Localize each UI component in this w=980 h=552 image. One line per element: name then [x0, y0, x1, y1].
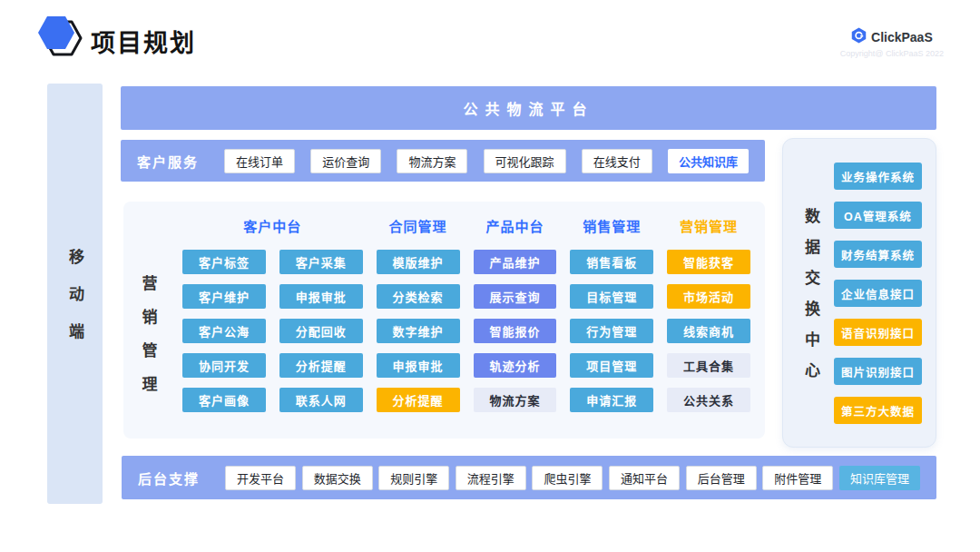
platform-banner: 公共物流平台: [121, 86, 936, 130]
matrix-column-header: 客户中台: [182, 207, 363, 243]
backend-support-button[interactable]: 通知平台: [609, 466, 680, 490]
matrix-cell[interactable]: 项目管理: [570, 353, 653, 378]
matrix-column-header: 营销管理: [667, 207, 750, 243]
backend-support-row: 后台支撑 开发平台数据交换规则引擎流程引擎爬虫引擎通知平台后台管理附件管理知识库…: [122, 456, 936, 499]
customer-service-button[interactable]: 可视化跟踪: [484, 149, 566, 173]
customer-service-label: 客户服务: [137, 152, 199, 171]
matrix-cell[interactable]: 展示查询: [474, 284, 557, 309]
matrix-cell[interactable]: 销售看板: [570, 250, 653, 274]
matrix-cell[interactable]: 分析提醒: [279, 353, 363, 378]
backend-support-button[interactable]: 流程引擎: [456, 466, 526, 490]
matrix-cell[interactable]: 客户采集: [279, 250, 363, 274]
data-exchange-button[interactable]: 财务结算系统: [834, 241, 922, 268]
backend-support-label: 后台支撑: [138, 468, 200, 488]
customer-service-row: 客户服务 在线订单运价查询物流方案可视化跟踪在线支付公共知识库: [121, 140, 765, 182]
data-exchange-button[interactable]: 图片识别接口: [834, 358, 922, 385]
customer-service-button[interactable]: 公共知识库: [668, 149, 749, 173]
data-exchange-side-label: 数据交换中心: [799, 192, 822, 393]
data-exchange-button[interactable]: 业务操作系统: [834, 163, 922, 190]
platform-banner-label: 公共物流平台: [463, 97, 593, 119]
data-exchange-side-label-box: 数据交换中心: [799, 192, 822, 393]
matrix-cell[interactable]: 客户维护: [182, 284, 266, 309]
brand-logo-icon: [851, 27, 867, 47]
data-exchange-button[interactable]: 第三方大数据: [834, 397, 922, 424]
matrix-cell[interactable]: 客户公海: [182, 319, 266, 343]
matrix-cell[interactable]: 分配回收: [279, 319, 363, 343]
data-exchange-button[interactable]: 企业信息接口: [834, 280, 922, 307]
matrix-cell[interactable]: 申报审批: [377, 353, 460, 378]
matrix-cell[interactable]: 工具合集: [667, 353, 750, 378]
matrix-cell[interactable]: 申报审批: [279, 284, 363, 309]
customer-service-button[interactable]: 在线支付: [582, 149, 652, 173]
matrix-cell[interactable]: 线索商机: [667, 319, 750, 343]
matrix-cell[interactable]: 申请汇报: [570, 388, 653, 412]
matrix-cell[interactable]: 产品维护: [474, 250, 557, 274]
backend-support-button[interactable]: 规则引擎: [378, 466, 449, 490]
matrix-cell[interactable]: 物流方案: [474, 388, 557, 412]
matrix-grid: 营销管理 客户中台合同管理产品中台销售管理营销管理客户标签客户采集模版维护产品维…: [123, 202, 765, 416]
backend-support-button[interactable]: 附件管理: [762, 466, 833, 490]
matrix-cell[interactable]: 数字维护: [377, 319, 460, 343]
backend-support-button[interactable]: 后台管理: [686, 466, 757, 490]
matrix-column-header: 产品中台: [474, 207, 557, 243]
customer-service-button[interactable]: 物流方案: [397, 149, 467, 173]
marketing-side-label: 营销管理: [137, 257, 160, 409]
matrix-cell[interactable]: 市场活动: [667, 284, 750, 309]
matrix-cell[interactable]: 客户标签: [182, 250, 266, 274]
brand-name: ClickPaaS: [871, 30, 933, 44]
matrix-cell[interactable]: 轨迹分析: [474, 353, 557, 378]
customer-service-button[interactable]: 运价查询: [310, 149, 381, 173]
data-exchange-panel: 数据交换中心 业务操作系统OA管理系统财务结算系统企业信息接口语音识别接口图片识…: [782, 138, 936, 448]
marketing-side-label-box: 营销管理: [127, 250, 169, 416]
matrix-cell[interactable]: 分类检索: [377, 284, 460, 309]
backend-support-button[interactable]: 知识库管理: [839, 466, 920, 490]
brand: ClickPaaS Copyright@ ClickPaaS 2022: [840, 27, 944, 58]
backend-support-button[interactable]: 开发平台: [225, 466, 296, 490]
matrix-cell[interactable]: 行为管理: [570, 319, 653, 343]
matrix-cell[interactable]: 目标管理: [570, 284, 653, 309]
page-title: 项目规划: [91, 24, 196, 59]
data-exchange-button[interactable]: OA管理系统: [834, 202, 922, 229]
mobile-sidebar: 移动端: [47, 84, 103, 504]
backend-support-buttons: 开发平台数据交换规则引擎流程引擎爬虫引擎通知平台后台管理附件管理知识库管理: [225, 466, 920, 490]
data-exchange-button[interactable]: 语音识别接口: [834, 319, 922, 346]
matrix-panel: 营销管理 客户中台合同管理产品中台销售管理营销管理客户标签客户采集模版维护产品维…: [123, 202, 765, 439]
customer-service-buttons: 在线订单运价查询物流方案可视化跟踪在线支付公共知识库: [224, 149, 749, 173]
matrix-cell[interactable]: 联系人网: [279, 388, 363, 412]
matrix-cell[interactable]: 客户画像: [182, 388, 266, 412]
mobile-sidebar-label: 移动端: [64, 227, 86, 360]
hexagon-logo-icon: [36, 15, 85, 65]
customer-service-button[interactable]: 在线订单: [224, 149, 295, 173]
backend-support-button[interactable]: 爬虫引擎: [532, 466, 603, 490]
backend-support-button[interactable]: 数据交换: [302, 466, 373, 490]
data-exchange-buttons: 业务操作系统OA管理系统财务结算系统企业信息接口语音识别接口图片识别接口第三方大…: [834, 163, 922, 424]
app-canvas: 项目规划 ClickPaaS Copyright@ ClickPaaS 2022…: [0, 0, 980, 552]
matrix-cell[interactable]: 模版维护: [377, 250, 460, 274]
matrix-cell[interactable]: 智能获客: [667, 250, 750, 274]
matrix-cell[interactable]: 分析提醒: [377, 388, 460, 412]
matrix-column-header: 合同管理: [377, 207, 460, 243]
matrix-cell[interactable]: 协同开发: [182, 353, 266, 378]
brand-copyright: Copyright@ ClickPaaS 2022: [840, 49, 944, 58]
matrix-column-header: 销售管理: [570, 207, 653, 243]
matrix-cell[interactable]: 智能报价: [474, 319, 557, 343]
matrix-cell[interactable]: 公共关系: [667, 388, 750, 412]
